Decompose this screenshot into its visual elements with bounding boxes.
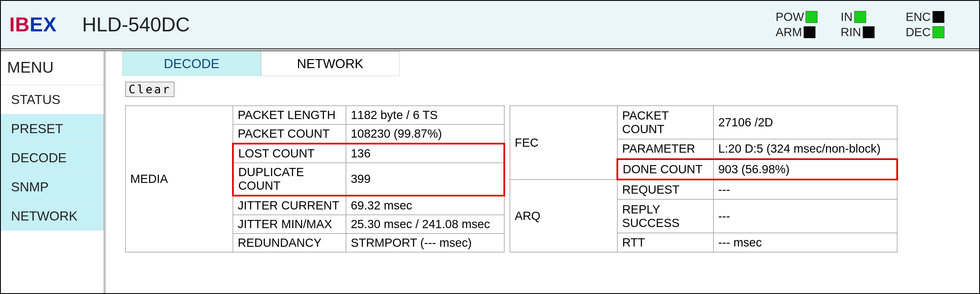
media-duplicate-count-val: 399 — [346, 163, 504, 195]
arq-request-key: REQUEST — [617, 180, 713, 199]
media-jitter-minmax-val: 25.30 msec / 241.08 msec — [346, 215, 504, 234]
media-lost-count-val: 136 — [346, 144, 504, 163]
logo-ib: IB — [10, 13, 30, 36]
table-row: MEDIA PACKET LENGTH 1182 byte / 6 TS — [126, 106, 504, 124]
logo-ex: EX — [30, 13, 57, 36]
media-redundancy-val: STRMPORT (--- msec) — [346, 234, 504, 252]
led-pow: POW — [776, 10, 824, 24]
content-region: DECODE NETWORK Clear MEDIA PACKET LENGTH… — [105, 51, 979, 294]
model-label: HLD-540DC — [82, 13, 190, 36]
brand-logo: IBEX — [10, 13, 57, 36]
media-packet-count-key: PACKET COUNT — [233, 124, 346, 144]
fec-done-count-key: DONE COUNT — [617, 159, 713, 180]
led-in: IN — [841, 10, 889, 24]
led-indicator-icon — [854, 11, 866, 23]
fec-packet-count-val: 27106 /2D — [713, 106, 897, 139]
content-inner: Clear MEDIA PACKET LENGTH 1182 byte / 6 … — [105, 76, 979, 253]
led-enc: ENC — [906, 10, 954, 24]
arq-group-label: ARQ — [510, 180, 617, 252]
sidebar-item-decode[interactable]: DECODE — [1, 143, 104, 172]
arq-rtt-val: --- msec — [713, 233, 897, 252]
arq-reply-success-key: REPLY SUCCESS — [617, 199, 713, 233]
led-arm-label: ARM — [776, 25, 802, 39]
tab-decode[interactable]: DECODE — [123, 51, 261, 76]
led-row-1: POW IN ENC — [776, 10, 954, 24]
led-row-2: ARM RIN DEC — [776, 25, 954, 39]
led-dec: DEC — [906, 25, 954, 39]
media-duplicate-count-key: DUPLICATE COUNT — [233, 163, 346, 195]
tabs-bar: DECODE NETWORK — [123, 51, 979, 76]
led-pow-label: POW — [776, 10, 804, 24]
fec-parameter-val: L:20 D:5 (324 msec/non-block) — [713, 139, 897, 159]
media-group-label: MEDIA — [126, 106, 233, 252]
table-row: ARQ REQUEST --- — [510, 180, 897, 199]
led-indicator-icon — [803, 26, 816, 38]
status-led-panel: POW IN ENC ARM RIN DEC — [776, 10, 970, 39]
tables-row: MEDIA PACKET LENGTH 1182 byte / 6 TS PAC… — [125, 105, 965, 253]
tab-network[interactable]: NETWORK — [261, 51, 399, 76]
sidebar-item-network[interactable]: NETWORK — [1, 202, 104, 231]
media-packet-count-val: 108230 (99.87%) — [346, 124, 504, 144]
table-row: FEC PACKET COUNT 27106 /2D — [510, 106, 897, 139]
led-indicator-icon — [863, 26, 875, 38]
clear-button[interactable]: Clear — [125, 82, 174, 97]
fec-arq-table: FEC PACKET COUNT 27106 /2D PARAMETER L:2… — [510, 105, 898, 253]
media-jitter-current-val: 69.32 msec — [346, 195, 504, 215]
arq-request-val: --- — [713, 180, 897, 199]
fec-packet-count-key: PACKET COUNT — [617, 106, 713, 139]
media-packet-length-val: 1182 byte / 6 TS — [346, 106, 504, 124]
fec-group-label: FEC — [510, 106, 617, 180]
media-jitter-current-key: JITTER CURRENT — [233, 195, 346, 215]
sidebar-item-status[interactable]: STATUS — [1, 85, 104, 114]
media-packet-length-key: PACKET LENGTH — [233, 106, 346, 124]
menu-title: MENU — [1, 51, 104, 85]
media-lost-count-key: LOST COUNT — [233, 144, 346, 163]
led-rin: RIN — [841, 25, 889, 39]
led-rin-label: RIN — [841, 25, 861, 39]
led-enc-label: ENC — [906, 10, 931, 24]
led-in-label: IN — [841, 10, 853, 24]
led-indicator-icon — [806, 11, 818, 23]
fec-parameter-key: PARAMETER — [617, 139, 713, 159]
sidebar-item-snmp[interactable]: SNMP — [1, 172, 104, 202]
sidebar: MENU STATUS PRESET DECODE SNMP NETWORK — [1, 51, 105, 294]
led-indicator-icon — [932, 26, 944, 38]
header-divider — [1, 49, 979, 51]
sidebar-item-preset[interactable]: PRESET — [1, 114, 104, 143]
body-region: MENU STATUS PRESET DECODE SNMP NETWORK D… — [1, 51, 979, 294]
arq-reply-success-val: --- — [713, 199, 897, 233]
media-jitter-minmax-key: JITTER MIN/MAX — [233, 215, 346, 234]
led-indicator-icon — [932, 11, 944, 23]
media-redundancy-key: REDUNDANCY — [233, 234, 346, 252]
arq-rtt-key: RTT — [617, 233, 713, 252]
led-arm: ARM — [776, 25, 824, 39]
media-table: MEDIA PACKET LENGTH 1182 byte / 6 TS PAC… — [125, 105, 505, 253]
fec-done-count-val: 903 (56.98%) — [713, 159, 897, 180]
led-dec-label: DEC — [906, 25, 931, 39]
header-bar: IBEX HLD-540DC POW IN ENC ARM RIN — [1, 1, 979, 49]
